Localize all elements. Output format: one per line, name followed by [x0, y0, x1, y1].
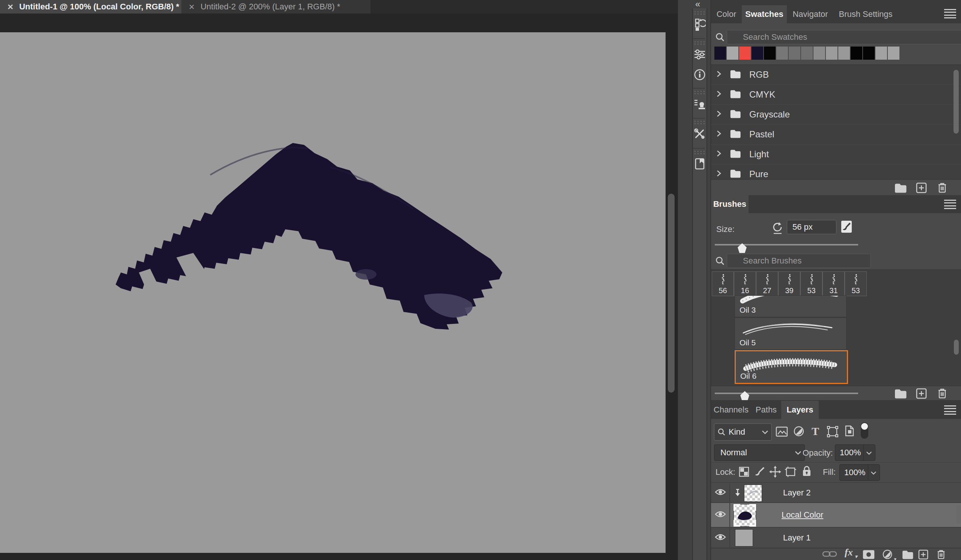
tab-brush-settings[interactable]: Brush Settings	[834, 5, 898, 23]
filter-toggle[interactable]	[860, 422, 869, 441]
tab-navigator[interactable]: Navigator	[787, 5, 834, 23]
color-swatch[interactable]	[851, 47, 862, 60]
brush-list-item[interactable]: Oil 6	[734, 350, 848, 384]
layer-thumbnail[interactable]	[733, 504, 756, 526]
brush-preset[interactable]: 56	[712, 271, 734, 296]
layer-row[interactable]: Local Color	[711, 503, 961, 528]
drag-grip[interactable]	[694, 13, 705, 14]
color-swatch[interactable]	[826, 47, 837, 60]
filter-kind-select[interactable]: Kind	[714, 424, 772, 441]
chevron-right-icon[interactable]	[716, 110, 722, 119]
drag-grip[interactable]	[694, 123, 705, 124]
tab-color[interactable]: Color	[711, 5, 742, 23]
chevron-right-icon[interactable]	[716, 90, 722, 99]
color-swatch[interactable]	[789, 47, 800, 60]
layer-name[interactable]: Layer 1	[783, 533, 810, 543]
document-canvas[interactable]	[0, 32, 665, 553]
chevron-right-icon[interactable]	[716, 130, 722, 139]
visibility-eye-icon[interactable]	[715, 533, 726, 542]
clone-source-icon[interactable]	[694, 97, 706, 111]
delete-icon[interactable]	[937, 388, 948, 401]
swatch-group-row[interactable]: Light	[711, 144, 961, 164]
layer-name[interactable]: Layer 2	[783, 488, 810, 498]
fill-select[interactable]: 100%	[839, 464, 880, 481]
brushes-scrollbar-thumb[interactable]	[954, 340, 959, 355]
drag-grip[interactable]	[694, 41, 705, 42]
tab-paths[interactable]: Paths	[751, 401, 781, 419]
visibility-column[interactable]	[711, 503, 730, 527]
brush-preset[interactable]: 16	[734, 271, 756, 296]
document-tab-untitled-2[interactable]: × Untitled-2 @ 200% (Layer 1, RGB/8) *	[181, 0, 371, 13]
drag-grip[interactable]	[694, 11, 705, 12]
filter-shape-layers-icon[interactable]	[827, 426, 839, 439]
chevron-right-icon[interactable]	[716, 70, 722, 79]
lock-transparency-icon[interactable]	[739, 467, 749, 478]
delete-icon[interactable]	[936, 549, 946, 560]
delete-icon[interactable]	[937, 182, 948, 195]
visibility-column[interactable]	[711, 483, 730, 502]
color-swatch[interactable]	[752, 47, 763, 60]
search-brushes-input[interactable]: Search Brushes	[727, 254, 871, 268]
color-swatch[interactable]	[727, 47, 738, 60]
brush-preset[interactable]: 27	[756, 271, 778, 296]
tab-layers[interactable]: Layers	[781, 401, 819, 419]
properties-icon[interactable]	[694, 47, 706, 61]
layer-row[interactable]: Layer 1	[711, 528, 961, 548]
close-icon[interactable]: ×	[8, 2, 13, 12]
brush-preview-size-slider[interactable]	[715, 393, 858, 394]
drag-grip[interactable]	[694, 121, 705, 122]
color-swatch[interactable]	[813, 47, 825, 60]
brush-preset[interactable]: 39	[778, 271, 800, 296]
visibility-eye-icon[interactable]	[715, 510, 726, 520]
color-swatch[interactable]	[838, 47, 850, 60]
brush-preset[interactable]: 31	[823, 271, 845, 296]
layers-scrollbar-thumb[interactable]	[956, 505, 961, 523]
new-brush-icon[interactable]	[916, 388, 927, 401]
info-icon[interactable]	[694, 67, 706, 82]
new-layer-icon[interactable]	[918, 549, 928, 560]
layer-thumbnail[interactable]	[744, 485, 762, 502]
color-swatch[interactable]	[876, 47, 887, 60]
panel-menu-icon[interactable]	[944, 9, 956, 18]
brush-preset[interactable]: 53	[845, 271, 867, 296]
color-swatch[interactable]	[801, 47, 813, 60]
layer-style-icon[interactable]: fx▾	[845, 547, 853, 558]
brush-settings-icon[interactable]	[840, 220, 853, 235]
swatch-group-row[interactable]: Pure	[711, 164, 961, 180]
new-group-icon[interactable]	[902, 550, 914, 560]
history-icon[interactable]	[694, 17, 706, 32]
add-adjustment-icon[interactable]: ▾	[882, 549, 893, 560]
lock-all-icon[interactable]	[802, 465, 812, 478]
tab-brushes[interactable]: Brushes	[711, 195, 749, 213]
search-swatches-input[interactable]: Search Swatches	[727, 30, 961, 44]
tab-channels[interactable]: Channels	[711, 401, 751, 419]
close-icon[interactable]: ×	[189, 2, 194, 12]
brush-preset[interactable]: 53	[800, 271, 823, 296]
color-swatch[interactable]	[776, 47, 788, 60]
tool-presets-icon[interactable]	[694, 127, 706, 141]
layer-row[interactable]: Layer 2	[711, 483, 961, 503]
filter-type-layers-icon[interactable]: T	[812, 425, 819, 438]
add-mask-icon[interactable]	[863, 550, 875, 560]
swatch-group-row[interactable]: RGB	[711, 65, 961, 85]
opacity-select[interactable]: 100%	[835, 444, 876, 461]
lock-position-icon[interactable]	[769, 466, 781, 479]
drag-grip[interactable]	[694, 43, 705, 45]
vertical-scrollbar[interactable]	[667, 29, 676, 553]
brush-size-slider[interactable]	[715, 244, 858, 246]
brush-list-item[interactable]: Oil 5	[734, 318, 847, 350]
new-swatch-icon[interactable]	[916, 183, 927, 195]
new-group-icon[interactable]	[894, 183, 907, 194]
swatch-group-row[interactable]: Grayscale	[711, 105, 961, 125]
tab-swatches[interactable]: Swatches	[742, 5, 787, 23]
drag-grip[interactable]	[694, 151, 705, 152]
lock-artboard-icon[interactable]	[784, 466, 797, 479]
layer-thumbnail[interactable]	[735, 529, 753, 547]
color-swatch[interactable]	[714, 47, 726, 60]
swatch-group-row[interactable]: Pastel	[711, 125, 961, 144]
filter-smart-objects-icon[interactable]	[845, 425, 854, 438]
brush-size-input[interactable]: 56 px	[787, 220, 836, 234]
layer-name[interactable]: Local Color	[781, 510, 823, 520]
brush-list-item[interactable]: Oil 3	[734, 295, 847, 317]
vertical-scrollbar-thumb[interactable]	[668, 194, 675, 393]
